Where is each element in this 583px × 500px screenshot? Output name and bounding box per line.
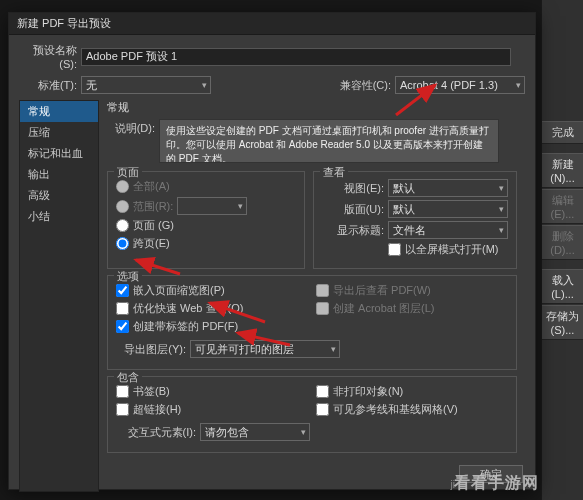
desc-label: 说明(D): [107, 119, 155, 163]
marks-dropdown[interactable]: 文件名 [388, 221, 508, 239]
bookmarks-label: 书签(B) [133, 384, 170, 399]
sidebar-item-general[interactable]: 常规 [20, 101, 98, 122]
load-button[interactable]: 载入(L)... [542, 269, 583, 304]
layers-dropdown[interactable]: 可见并可打印的图层 [190, 340, 340, 358]
right-panel: 完成 新建(N)... 编辑(E)... 删除(D)... 载入(L)... 存… [541, 0, 583, 500]
acrobat-layers-label: 创建 Acrobat 图层(L) [333, 301, 434, 316]
all-pages-label: 全部(A) [133, 179, 170, 194]
delete-button[interactable]: 删除(D)... [542, 225, 583, 260]
include-fieldset: 包含 书签(B) 超链接(H) 非打印对象(N) 可见参考线和基线网格(V) 交… [107, 376, 517, 453]
spreads-radio-label: 跨页(E) [133, 236, 170, 251]
hyperlinks-label: 超链接(H) [133, 402, 181, 417]
bookmarks-check[interactable] [116, 385, 129, 398]
tagged-pdf-label: 创建带标签的 PDF(F) [133, 319, 238, 334]
saveas-button[interactable]: 存储为(S)... [542, 305, 583, 340]
edit-button[interactable]: 编辑(E)... [542, 189, 583, 224]
sidebar-item-marks[interactable]: 标记和出血 [20, 143, 98, 164]
standard-label: 标准(T): [19, 78, 77, 93]
optimize-web-label: 优化快速 Web 查看(O) [133, 301, 243, 316]
export-preset-dialog: 新建 PDF 导出预设 预设名称(S): 标准(T): 无 兼容性(C): Ac… [8, 12, 536, 490]
panel-heading: 常规 [107, 100, 517, 115]
view-after-check [316, 284, 329, 297]
optimize-web-check[interactable] [116, 302, 129, 315]
view-fieldset: 查看 视图(E): 默认 版面(U): 默认 显示标题: 文件名 [313, 171, 517, 269]
options-fieldset: 选项 嵌入页面缩览图(P) 优化快速 Web 查看(O) 创建带标签的 PDF(… [107, 275, 517, 370]
preset-name-input[interactable] [81, 48, 511, 66]
pages-title: 页面 [114, 165, 142, 180]
dialog-title: 新建 PDF 导出预设 [17, 16, 111, 31]
fullscreen-label: 以全屏模式打开(M) [405, 242, 499, 257]
view-title: 查看 [320, 165, 348, 180]
range-dropdown [177, 197, 247, 215]
pages-radio-label: 页面 (G) [133, 218, 174, 233]
view-dropdown[interactable]: 默认 [388, 179, 508, 197]
pages-radio[interactable] [116, 219, 129, 232]
acrobat-layers-check [316, 302, 329, 315]
done-button[interactable]: 完成 [542, 121, 583, 144]
sidebar-item-advanced[interactable]: 高级 [20, 185, 98, 206]
view-label: 视图(E): [322, 181, 384, 196]
compat-label: 兼容性(C): [340, 78, 391, 93]
interactive-label: 交互式元素(I): [116, 425, 196, 440]
range-radio [116, 200, 129, 213]
range-label: 范围(R): [133, 199, 173, 214]
tagged-pdf-check[interactable] [116, 320, 129, 333]
pages-fieldset: 页面 全部(A) 范围(R): 页面 (G) [107, 171, 305, 269]
interactive-dropdown[interactable]: 请勿包含 [200, 423, 310, 441]
embed-thumb-label: 嵌入页面缩览图(P) [133, 283, 225, 298]
guides-label: 可见参考线和基线网格(V) [333, 402, 458, 417]
category-sidebar: 常规 压缩 标记和出血 输出 高级 小结 [19, 100, 99, 492]
nonprinting-label: 非打印对象(N) [333, 384, 403, 399]
new-button[interactable]: 新建(N)... [542, 153, 583, 188]
dialog-titlebar: 新建 PDF 导出预设 [9, 13, 535, 35]
watermark: 看看手游网 [454, 473, 539, 494]
main-panel: 常规 说明(D): 使用这些设定创建的 PDF 文档可通过桌面打印机和 proo… [99, 100, 525, 492]
embed-thumb-check[interactable] [116, 284, 129, 297]
all-pages-radio [116, 180, 129, 193]
layers-label: 导出图层(Y): [116, 342, 186, 357]
hyperlinks-check[interactable] [116, 403, 129, 416]
options-title: 选项 [114, 269, 142, 284]
compat-dropdown[interactable]: Acrobat 4 (PDF 1.3) [395, 76, 525, 94]
sidebar-item-output[interactable]: 输出 [20, 164, 98, 185]
nonprinting-check[interactable] [316, 385, 329, 398]
sidebar-item-summary[interactable]: 小结 [20, 206, 98, 227]
layout-dropdown[interactable]: 默认 [388, 200, 508, 218]
spreads-radio[interactable] [116, 237, 129, 250]
layout-label: 版面(U): [322, 202, 384, 217]
include-title: 包含 [114, 370, 142, 385]
standard-dropdown[interactable]: 无 [81, 76, 211, 94]
sidebar-item-compress[interactable]: 压缩 [20, 122, 98, 143]
preset-name-label: 预设名称(S): [19, 43, 77, 70]
fullscreen-check[interactable] [388, 243, 401, 256]
guides-check[interactable] [316, 403, 329, 416]
view-after-label: 导出后查看 PDF(W) [333, 283, 431, 298]
desc-textarea[interactable]: 使用这些设定创建的 PDF 文档可通过桌面打印机和 proofer 进行高质量打… [159, 119, 499, 163]
marks-label: 显示标题: [322, 223, 384, 238]
